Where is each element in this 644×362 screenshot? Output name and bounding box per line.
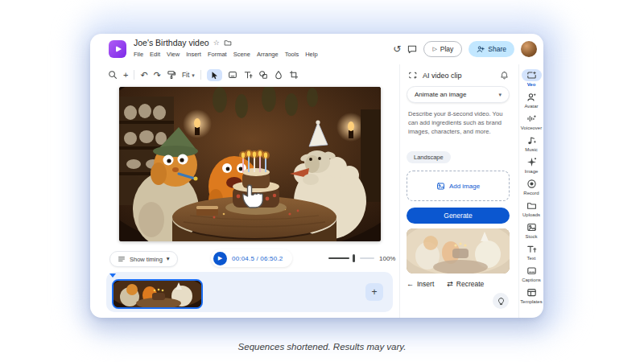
play-button[interactable]: ▷ Play — [423, 41, 462, 57]
menu-view[interactable]: View — [167, 51, 180, 58]
recreate-label: Recreate — [456, 280, 485, 288]
rail-label: Avatar — [524, 104, 538, 109]
preview-loading-wash — [407, 228, 510, 274]
generated-preview[interactable] — [407, 228, 510, 274]
add-image-button[interactable]: Add image — [407, 171, 510, 201]
share-button-label: Share — [488, 45, 506, 53]
title-row: Joe's Birthday video ☆ — [134, 38, 232, 47]
sidebar-item-stock[interactable]: Stock — [519, 219, 543, 241]
record-icon — [526, 179, 537, 189]
zoom-slider-thumb[interactable] — [353, 254, 355, 262]
recreate-button[interactable]: ⇄ Recreate — [447, 280, 484, 288]
sidebar-item-avatar[interactable]: Avatar — [519, 88, 543, 110]
show-timing-label: Show timing — [130, 256, 163, 263]
tips-button[interactable] — [493, 293, 509, 309]
vids-logo[interactable] — [109, 40, 126, 58]
veo-icon — [526, 70, 537, 80]
add-image-label: Add image — [449, 183, 480, 190]
paint-format-icon[interactable] — [167, 70, 176, 80]
notification-bell-icon[interactable] — [500, 71, 509, 80]
sidebar-item-templates[interactable]: Templates — [519, 284, 543, 306]
rail-label: Uploads — [522, 212, 540, 217]
select-tool-icon[interactable] — [207, 69, 222, 81]
crop-tool-icon[interactable] — [289, 70, 299, 80]
uploads-folder-icon — [526, 200, 537, 211]
account-avatar[interactable] — [521, 41, 537, 57]
comment-icon[interactable] — [407, 44, 417, 54]
menu-arrange[interactable]: Arrange — [257, 51, 279, 58]
disclaimer-caption: Sequences shortened. Results may vary. — [0, 342, 644, 352]
text-tool-icon[interactable] — [243, 70, 253, 80]
redo-icon[interactable]: ↷ — [154, 71, 161, 80]
timecode: 00:04.5 / 06:50.2 — [232, 255, 283, 262]
sidebar-item-record[interactable]: Record — [519, 175, 543, 197]
toolbar-divider — [134, 70, 134, 80]
rail-label: Image — [525, 169, 539, 174]
sidebar-item-text[interactable]: Text — [519, 241, 543, 262]
menu-help[interactable]: Help — [305, 51, 317, 58]
sidebar-item-image[interactable]: Image — [519, 154, 543, 175]
add-scene-button[interactable]: + — [365, 283, 383, 301]
show-timing-button[interactable]: Show timing ▾ — [109, 251, 178, 267]
templates-icon — [526, 287, 537, 298]
scene-thumbnail[interactable] — [112, 279, 203, 309]
image-icon — [436, 182, 445, 191]
zoom-slider-track-empty[interactable] — [360, 257, 374, 259]
music-icon — [526, 135, 537, 146]
menu-insert[interactable]: Insert — [186, 51, 201, 58]
rail-label: Templates — [520, 299, 542, 304]
aspect-ratio-chip[interactable]: Landscape — [407, 151, 451, 163]
prompt-input[interactable]: Describe your 8-second video. You can ad… — [408, 109, 508, 136]
show-timing-caret-icon: ▾ — [167, 256, 170, 262]
zoom-level-value[interactable]: 100% — [379, 255, 395, 262]
zoom-slider-track-filled[interactable] — [328, 257, 349, 259]
mode-select-value: Animate an image — [415, 91, 498, 98]
fit-caret-icon: ▾ — [192, 72, 195, 78]
rail-label: Voiceover — [521, 125, 542, 130]
menu-scene[interactable]: Scene — [233, 51, 250, 58]
timeline-playhead[interactable] — [109, 274, 116, 278]
menu-edit[interactable]: Edit — [150, 51, 160, 58]
preview-actions: ← Insert ⇄ Recreate — [407, 280, 510, 288]
fit-zoom-select[interactable]: Fit ▾ — [182, 71, 195, 79]
timeline-play-button[interactable]: ▶ — [213, 252, 227, 265]
generate-label: Generate — [444, 212, 472, 220]
avatar-icon — [526, 92, 537, 102]
video-canvas[interactable] — [119, 87, 381, 241]
sidebar-item-veo[interactable]: Veo — [519, 67, 543, 88]
menu-tools[interactable]: Tools — [285, 51, 299, 58]
edit-toolbar: + ↶ ↷ Fit ▾ — [108, 67, 299, 83]
menu-format[interactable]: Format — [208, 51, 227, 58]
theme-tool-icon[interactable] — [274, 70, 283, 80]
generate-button[interactable]: Generate — [407, 208, 510, 224]
sidebar-item-music[interactable]: Music — [519, 132, 543, 154]
sidebar-item-voiceover[interactable]: Voiceover — [519, 110, 543, 132]
insert-label: Insert — [417, 280, 434, 288]
stock-media-icon — [526, 222, 537, 232]
play-outline-icon: ▷ — [432, 46, 436, 52]
rail-label: Captions — [522, 278, 541, 282]
timing-icon — [118, 255, 126, 263]
panel-title: AI video clip — [423, 72, 462, 80]
version-history-icon[interactable]: ↺ — [393, 44, 401, 54]
share-button[interactable]: Share — [469, 41, 514, 57]
menu-bar: File Edit View Insert Format Scene Arran… — [134, 51, 318, 58]
star-icon[interactable]: ☆ — [213, 39, 220, 47]
undo-icon[interactable]: ↶ — [140, 71, 147, 80]
sidebar-item-captions[interactable]: Captions — [519, 262, 543, 284]
shapes-tool-icon[interactable] — [258, 70, 268, 80]
zoom-tool-icon[interactable] — [108, 70, 118, 80]
document-title[interactable]: Joe's Birthday video — [134, 38, 209, 47]
mode-select-dropdown[interactable]: Animate an image ▾ — [407, 86, 510, 103]
zoom-in-icon[interactable]: + — [123, 71, 128, 80]
scene-thumbnail-image — [114, 281, 201, 307]
rail-label: Music — [525, 147, 538, 152]
scene-tool-icon[interactable] — [228, 70, 237, 80]
menu-file[interactable]: File — [134, 51, 143, 58]
app-window: Joe's Birthday video ☆ File Edit View In… — [90, 34, 543, 318]
sidebar-item-uploads[interactable]: Uploads — [519, 197, 543, 219]
rail-label: Stock — [525, 234, 537, 239]
move-folder-icon[interactable] — [224, 39, 232, 47]
ai-video-clip-panel: AI video clip Animate an image ▾ Describ… — [399, 64, 517, 318]
insert-button[interactable]: ← Insert — [407, 280, 434, 288]
